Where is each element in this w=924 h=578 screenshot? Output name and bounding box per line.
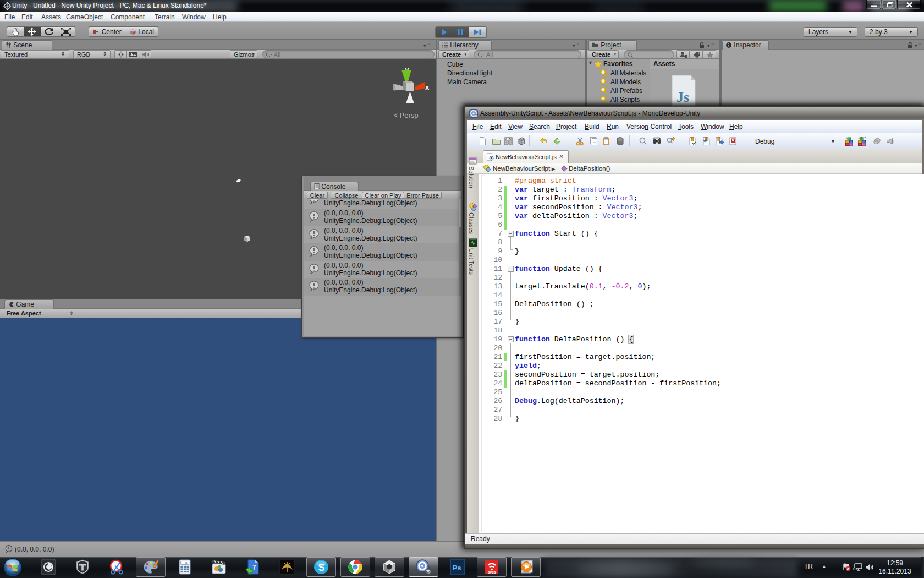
svg-text:avea: avea	[488, 570, 496, 574]
svg-text:x: x	[425, 83, 430, 91]
svg-text:S: S	[318, 562, 325, 573]
svg-text:Ps: Ps	[453, 564, 461, 572]
svg-text:Js: Js	[676, 89, 689, 105]
svg-text:0: 0	[185, 561, 187, 565]
